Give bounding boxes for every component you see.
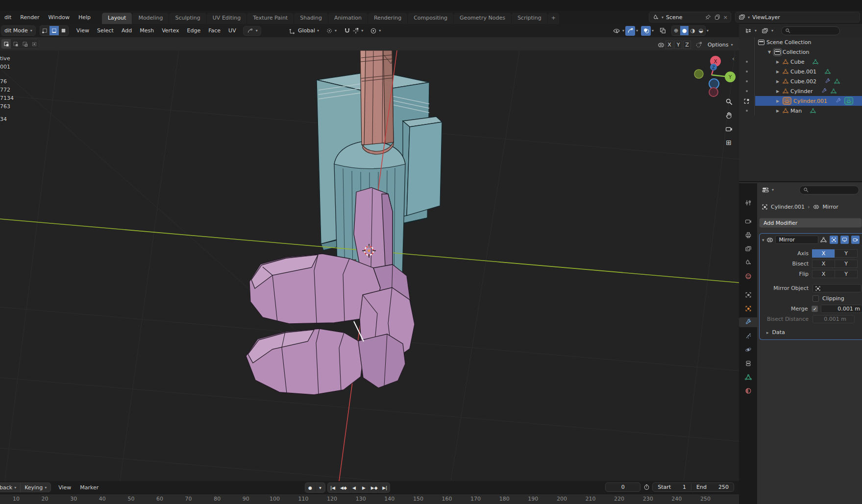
orientation-label[interactable]: Global	[298, 27, 315, 34]
timeline-ruler[interactable]: 1020304050607080901001101201301401501601…	[0, 494, 739, 504]
expand-arrow-icon[interactable]: ▶	[775, 60, 781, 64]
playback-menu[interactable]: back ▾	[0, 483, 20, 492]
timeline-menu-view[interactable]: View	[54, 481, 75, 494]
chevron-down-icon[interactable]: ▾	[315, 483, 325, 492]
chevron-down-icon[interactable]: ▾	[771, 28, 773, 33]
end-frame-field[interactable]: End 250	[691, 484, 734, 490]
flip-y-toggle[interactable]: Y	[835, 270, 858, 278]
outliner-row-cube-001[interactable]: ▶Cube.001	[739, 67, 862, 76]
workspace-tab-animation[interactable]: Animation	[328, 13, 368, 24]
show-realtime-toggle[interactable]	[840, 236, 849, 244]
outliner-row-cylinder-001[interactable]: ▶Cylinder.001	[739, 96, 862, 106]
properties-tab-material[interactable]	[741, 386, 756, 396]
outliner-row-man[interactable]: ▶Man	[739, 106, 862, 116]
bisect-distance-field[interactable]: 0.001 m	[813, 315, 855, 323]
sidebar-collapse-arrow[interactable]: ‹	[732, 55, 735, 62]
expand-arrow-icon[interactable]: ▶	[775, 70, 781, 74]
chevron-down-icon[interactable]: ▾	[636, 28, 638, 33]
keying-menu[interactable]: Keying ▾	[20, 483, 50, 492]
options-dropdown[interactable]: Options ▾	[708, 42, 733, 48]
select-extend-icon[interactable]	[11, 39, 20, 48]
edge-select-button[interactable]	[49, 26, 59, 35]
jump-to-start-button[interactable]: |◀	[328, 483, 338, 492]
expand-arrow-icon[interactable]: ▶	[775, 99, 781, 103]
merge-checkbox[interactable]: ✓	[812, 306, 818, 312]
outliner-row-cube-002[interactable]: ▶Cube.002	[739, 76, 862, 86]
mirror-z-toggle[interactable]: Z	[683, 41, 691, 49]
snap-base-icon[interactable]	[695, 42, 702, 48]
viewport-menu-edge[interactable]: Edge	[183, 27, 205, 34]
workspace-tab-geometry-nodes[interactable]: Geometry Nodes	[454, 13, 511, 24]
topbar-menu-dit[interactable]: dit	[0, 11, 16, 24]
mirror-y-toggle[interactable]: Y	[674, 41, 682, 49]
current-frame-field[interactable]: 0	[605, 482, 640, 492]
outliner-row-scene-collection[interactable]: Scene Collection	[739, 37, 862, 47]
chevron-down-icon[interactable]: ▾	[707, 28, 709, 33]
chevron-down-icon[interactable]: ▾	[772, 188, 774, 192]
topbar-menu-render[interactable]: Render	[16, 11, 44, 24]
viewport-menu-face[interactable]: Face	[204, 27, 224, 34]
properties-tab-view-layer[interactable]	[741, 244, 756, 254]
use-preview-range-icon[interactable]	[643, 484, 650, 491]
scene-selector[interactable]: ▾ Scene ×	[649, 12, 731, 23]
workspace-tab-uv-editing[interactable]: UV Editing	[207, 13, 246, 24]
play-reverse-button[interactable]: ◀	[349, 483, 359, 492]
show-overlays-toggle[interactable]	[641, 26, 651, 36]
properties-tab-output[interactable]	[741, 230, 756, 240]
select-set-icon[interactable]	[1, 39, 11, 48]
solid-shading-button[interactable]: ●	[680, 26, 689, 35]
toggle-ortho-button[interactable]: ⊞	[722, 136, 735, 149]
prev-keyframe-button[interactable]: ◀◆	[338, 483, 349, 492]
viewport-menu-mesh[interactable]: Mesh	[136, 27, 158, 34]
snap-target-icon[interactable]	[352, 27, 359, 34]
expand-arrow-icon[interactable]: ▶	[775, 109, 781, 113]
outliner-filter-icon[interactable]	[745, 27, 752, 34]
properties-tab-constraints[interactable]	[741, 359, 756, 368]
viewport-menu-view[interactable]: View	[73, 27, 93, 34]
bisect-y-toggle[interactable]: Y	[835, 260, 858, 268]
outliner-row-collection[interactable]: ▼Collection	[739, 47, 862, 57]
vertex-select-button[interactable]	[40, 26, 49, 35]
properties-tab-render[interactable]	[741, 216, 756, 226]
new-scene-icon[interactable]	[714, 14, 721, 21]
outliner-display-mode-icon[interactable]	[762, 27, 768, 34]
jump-to-end-button[interactable]: ▶|	[380, 483, 390, 492]
collapse-chevron-icon[interactable]: ▾	[762, 238, 764, 242]
chevron-down-icon[interactable]: ▾	[335, 28, 337, 33]
face-select-button[interactable]	[59, 26, 68, 35]
move-view-button[interactable]	[722, 109, 735, 121]
modifier-name-field[interactable]: Mirror	[775, 236, 818, 244]
workspace-tab-shading[interactable]: Shading	[294, 13, 328, 24]
expand-arrow-icon[interactable]: ▶	[775, 79, 781, 84]
workspace-tab-texture-paint[interactable]: Texture Paint	[247, 13, 294, 24]
viewport-menu-uv[interactable]: UV	[224, 27, 240, 34]
mirror-object-field[interactable]	[813, 284, 862, 292]
expand-arrow-icon[interactable]: ▶	[775, 89, 781, 94]
outliner-search-input[interactable]	[781, 26, 840, 35]
workspace-tab--[interactable]: +	[548, 13, 559, 24]
collapse-arrow-icon[interactable]: ▼	[766, 50, 772, 54]
selectability-visibility-icon[interactable]	[612, 26, 621, 36]
axis-y-toggle[interactable]: Y	[835, 249, 858, 258]
next-keyframe-button[interactable]: ▶◆	[369, 483, 380, 492]
properties-tab-scene[interactable]	[741, 258, 756, 267]
mirror-x-toggle[interactable]: X	[665, 41, 673, 49]
workspace-tab-modeling[interactable]: Modeling	[132, 13, 169, 24]
data-subpanel-header[interactable]: ▸ Data	[766, 329, 862, 336]
material-shading-button[interactable]: ◑	[689, 26, 697, 35]
workspace-tab-layout[interactable]: Layout	[102, 13, 132, 24]
pin-icon[interactable]	[705, 14, 712, 21]
mode-dropdown[interactable]: dit Mode ▾	[1, 25, 36, 36]
workspace-tab-scripting[interactable]: Scripting	[512, 13, 547, 24]
rendered-shading-button[interactable]: ◒	[697, 26, 705, 35]
outliner-row-cylinder[interactable]: ▶Cylinder	[739, 86, 862, 96]
start-frame-field[interactable]: Start 1	[653, 484, 691, 490]
active-tool-dropdown[interactable]: ▾	[243, 26, 261, 36]
breadcrumb-object[interactable]: Cylinder.001	[771, 204, 805, 210]
chevron-down-icon[interactable]: ▾	[317, 28, 319, 33]
auto-keying-button[interactable]: ●	[305, 483, 315, 492]
properties-tab-object[interactable]	[741, 304, 756, 313]
viewport-menu-select[interactable]: Select	[93, 27, 118, 34]
timeline-menu-marker[interactable]: Marker	[75, 481, 103, 494]
zoom-button[interactable]	[722, 95, 735, 108]
